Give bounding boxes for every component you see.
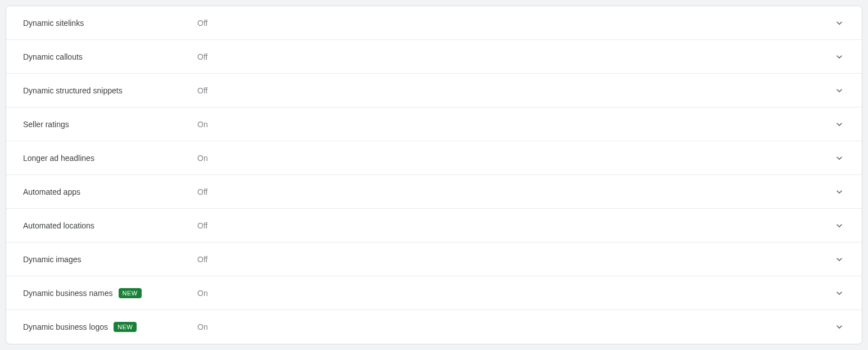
settings-row-dynamic-images[interactable]: Dynamic imagesOff	[6, 243, 862, 276]
setting-label-cell: Longer ad headlines	[23, 154, 197, 163]
settings-row-automated-locations[interactable]: Automated locationsOff	[6, 209, 862, 243]
setting-value: Off	[197, 221, 830, 230]
setting-label: Seller ratings	[23, 120, 69, 129]
setting-label-cell: Automated apps	[23, 187, 197, 196]
setting-value: Off	[197, 52, 830, 61]
settings-row-longer-ad-headlines[interactable]: Longer ad headlinesOn	[6, 141, 862, 175]
settings-panel: Dynamic sitelinksOffDynamic calloutsOffD…	[6, 6, 862, 344]
settings-row-automated-apps[interactable]: Automated appsOff	[6, 175, 862, 209]
chevron-down-icon	[830, 51, 848, 62]
setting-label-cell: Dynamic callouts	[23, 52, 197, 61]
setting-value: Off	[197, 86, 830, 95]
chevron-down-icon	[830, 85, 848, 96]
new-badge: NEW	[114, 322, 137, 332]
setting-label-cell: Automated locations	[23, 221, 197, 230]
setting-value: Off	[197, 187, 830, 196]
setting-label: Dynamic business logos	[23, 322, 108, 331]
setting-value: On	[197, 120, 830, 129]
chevron-down-icon	[830, 17, 848, 29]
chevron-down-icon	[830, 152, 848, 164]
setting-label-cell: Seller ratings	[23, 120, 197, 129]
chevron-down-icon	[830, 321, 848, 333]
settings-row-seller-ratings[interactable]: Seller ratingsOn	[6, 107, 862, 141]
new-badge: NEW	[119, 288, 142, 298]
setting-label: Dynamic sitelinks	[23, 19, 84, 28]
setting-label: Dynamic structured snippets	[23, 86, 123, 95]
setting-label: Dynamic callouts	[23, 52, 83, 61]
chevron-down-icon	[830, 288, 848, 299]
setting-label: Longer ad headlines	[23, 154, 94, 163]
setting-value: On	[197, 322, 830, 331]
setting-value: On	[197, 289, 830, 298]
setting-value: On	[197, 154, 830, 163]
settings-row-dynamic-business-names[interactable]: Dynamic business namesNEWOn	[6, 276, 862, 310]
chevron-down-icon	[830, 220, 848, 231]
setting-label-cell: Dynamic business namesNEW	[23, 288, 197, 298]
chevron-down-icon	[830, 254, 848, 265]
settings-row-dynamic-callouts[interactable]: Dynamic calloutsOff	[6, 40, 862, 74]
setting-label: Dynamic images	[23, 255, 81, 264]
settings-row-dynamic-sitelinks[interactable]: Dynamic sitelinksOff	[6, 6, 862, 40]
setting-label-cell: Dynamic structured snippets	[23, 86, 197, 95]
setting-value: Off	[197, 255, 830, 264]
setting-label-cell: Dynamic business logosNEW	[23, 322, 197, 332]
setting-label: Automated apps	[23, 187, 80, 196]
setting-label-cell: Dynamic sitelinks	[23, 19, 197, 28]
chevron-down-icon	[830, 119, 848, 130]
settings-row-dynamic-business-logos[interactable]: Dynamic business logosNEWOn	[6, 310, 862, 344]
setting-value: Off	[197, 19, 830, 28]
setting-label-cell: Dynamic images	[23, 255, 197, 264]
setting-label: Dynamic business names	[23, 289, 113, 298]
chevron-down-icon	[830, 186, 848, 198]
setting-label: Automated locations	[23, 221, 94, 230]
settings-row-dynamic-structured-snippets[interactable]: Dynamic structured snippetsOff	[6, 74, 862, 107]
